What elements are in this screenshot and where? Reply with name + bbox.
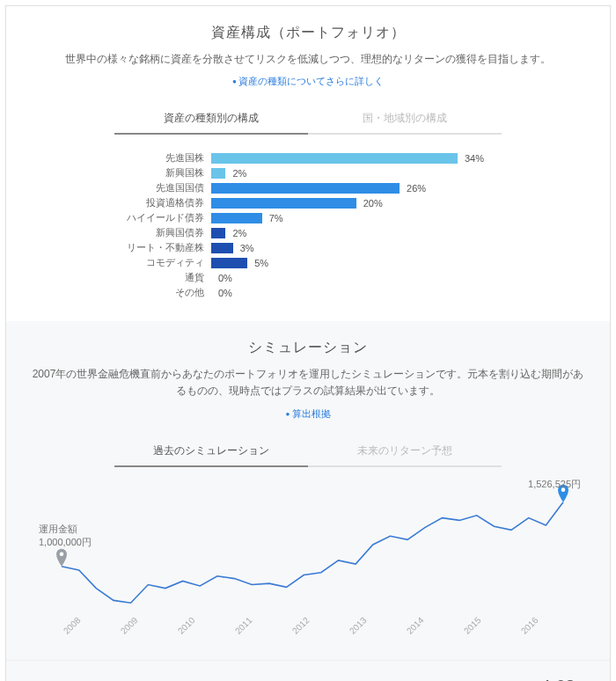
bar-label: コモディティ [114,256,211,269]
bar-fill [211,198,356,209]
bar-value: 5% [247,258,268,268]
simulation-tabs: 過去のシミュレーション 未来のリターン予想 [114,436,502,467]
bar-track: 7% [211,213,502,223]
simulation-basis-link[interactable]: 算出根拠 [31,407,585,421]
bar-value: 3% [233,243,254,253]
bar-track: 26% [211,183,502,194]
portfolio-desc: 世界中の様々な銘柄に資産を分散させてリスクを低減しつつ、理想的なリターンの獲得を… [31,51,585,68]
portfolio-section: 資産構成（ポートフォリオ） 世界中の様々な銘柄に資産を分散させてリスクを低減しつ… [6,6,610,321]
bar-track: 2% [211,168,502,179]
start-value: 1,000,000円 [39,536,92,549]
bar-label: 先進国国債 [114,181,211,194]
bar-value: 7% [262,213,283,223]
svg-point-0 [60,552,64,556]
bar-label: 通貨 [114,271,211,284]
bar-value: 0% [211,273,232,283]
bar-track: 34% [211,153,502,164]
bar-label: リート・不動産株 [114,241,211,254]
portfolio-card: 資産構成（ポートフォリオ） 世界中の様々な銘柄に資産を分散させてリスクを低減しつ… [5,5,611,681]
bar-fill [211,243,233,253]
tab-region[interactable]: 国・地域別の構成 [308,104,502,135]
x-axis-ticks: 200820092010201120122013201420152016 [62,629,554,639]
bar-label: 投資適格債券 [114,196,211,209]
bar-row: ハイイールド債券7% [114,210,502,225]
bar-row: 通貨0% [114,270,502,285]
bar-label: 新興国債券 [114,226,211,239]
simulation-section: シミュレーション 2007年の世界金融危機直前からあなたのポートフォリオを運用し… [6,321,610,659]
simulation-line-chart: 1,526,525円 運用金額 1,000,000円 2008200920102… [35,483,581,639]
bar-track: 5% [211,258,502,268]
start-label-text: 運用金額 [39,523,92,536]
bar-value: 20% [356,198,383,209]
tab-past-sim[interactable]: 過去のシミュレーション [114,436,308,467]
bar-track: 20% [211,198,502,209]
bar-row: 新興国債券2% [114,225,502,240]
bar-label: 新興国株 [114,166,211,179]
bar-track: 2% [211,228,502,238]
allocation-bar-chart: 先進国株34%新興国株2%先進国国債26%投資適格債券20%ハイイールド債券7%… [114,150,502,300]
bar-value: 2% [225,168,246,179]
portfolio-tabs: 資産の種類別の構成 国・地域別の構成 [114,104,502,135]
bar-fill [211,258,247,268]
bar-fill [211,183,400,194]
bar-fill [211,228,225,238]
line-svg [35,483,581,624]
return-number: 4.63 [541,677,576,681]
end-value: 1,526,525円 [528,479,581,489]
start-value-label: 運用金額 1,000,000円 [39,523,92,549]
bar-row: リート・不動産株3% [114,240,502,255]
tab-future-return[interactable]: 未来のリターン予想 [308,436,502,467]
bar-value: 34% [458,153,484,164]
bar-row: コモディティ5% [114,255,502,270]
bar-fill [211,153,458,164]
bar-track: 3% [211,243,502,253]
bar-value: 26% [400,183,426,194]
bar-track: 0% [211,273,502,283]
bar-track: 0% [211,288,502,298]
bar-row: 先進国株34% [114,150,502,165]
portfolio-more-link[interactable]: 資産の種類についてさらに詳しく [31,75,585,88]
bar-row: その他0% [114,285,502,300]
bar-row: 先進国国債26% [114,180,502,195]
portfolio-title: 資産構成（ポートフォリオ） [31,24,585,42]
bar-row: 新興国株2% [114,165,502,180]
bar-value: 0% [211,288,232,298]
simulation-title: シミュレーション [31,339,585,357]
return-row: 収益率 （過去9年の平均） 4.63% [6,660,610,681]
simulation-desc: 2007年の世界金融危機直前からあなたのポートフォリオを運用したシミュレーション… [31,366,585,399]
return-value: 4.63% [541,677,586,681]
bar-label: 先進国株 [114,151,211,165]
bar-fill [211,213,262,223]
bar-row: 投資適格債券20% [114,195,502,210]
bar-value: 2% [225,228,246,238]
tab-asset-type[interactable]: 資産の種類別の構成 [114,104,308,135]
bar-label: ハイイールド債券 [114,211,211,224]
bar-label: その他 [114,286,211,299]
bar-fill [211,168,225,179]
end-value-label: 1,526,525円 [528,478,581,491]
